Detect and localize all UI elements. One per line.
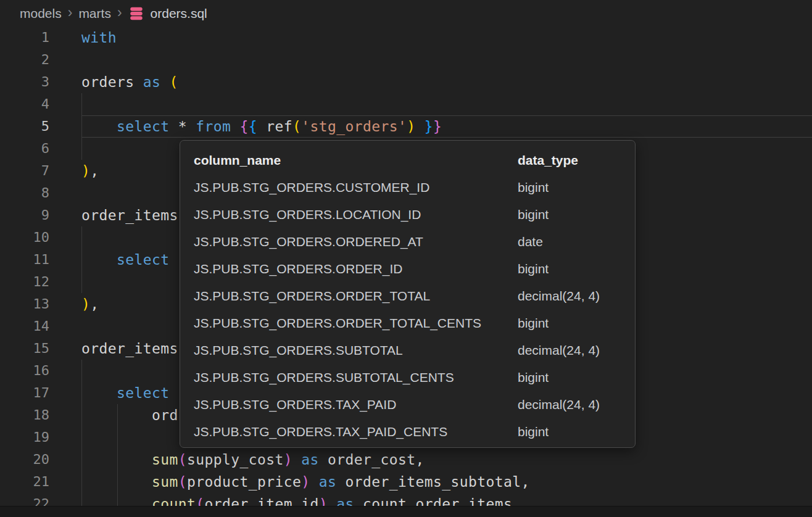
line-number[interactable]: 7: [0, 160, 49, 182]
token: 'stg_orders': [301, 118, 407, 134]
token: [231, 118, 239, 134]
popup-cell-column-name: JS.PUB.STG_ORDERS.SUBTOTAL_CENTS: [194, 370, 518, 385]
panel-divider: [0, 506, 812, 517]
token: ): [81, 163, 90, 179]
line-number[interactable]: 4: [0, 93, 49, 115]
popup-row: JS.PUB.STG_ORDERS.ORDER_TOTALdecimal(24,…: [194, 283, 635, 310]
breadcrumb-item-file[interactable]: orders.sql: [151, 6, 207, 21]
token: order_items: [81, 341, 178, 357]
line-number[interactable]: 20: [0, 449, 49, 471]
popup-cell-data-type: date: [518, 234, 543, 249]
popup-row: JS.PUB.STG_ORDERS.SUBTOTALdecimal(24, 4): [194, 337, 635, 364]
popup-cell-column-name: JS.PUB.STG_ORDERS.ORDERED_AT: [194, 234, 518, 249]
line-number[interactable]: 9: [0, 204, 49, 226]
token: select: [117, 118, 169, 134]
token: ,: [90, 163, 99, 179]
popup-cell-data-type: bigint: [518, 316, 549, 331]
token: [81, 252, 117, 268]
token: order_cost,: [319, 452, 425, 468]
popup-cell-column-name: JS.PUB.STG_ORDERS.LOCATION_ID: [194, 207, 518, 222]
token: [310, 474, 318, 490]
line-number[interactable]: 10: [0, 226, 49, 249]
line-number[interactable]: 14: [0, 315, 49, 337]
popup-cell-data-type: bigint: [518, 180, 549, 195]
token: ,: [90, 296, 99, 312]
token: ): [284, 452, 292, 468]
breadcrumb-item-marts[interactable]: marts: [78, 6, 111, 21]
popup-row: JS.PUB.STG_ORDERS.CUSTOMER_IDbigint: [194, 174, 635, 201]
token: [187, 118, 196, 134]
token: [81, 474, 152, 490]
database-icon: [128, 6, 144, 22]
line-number[interactable]: 18: [0, 404, 49, 426]
token: sum: [152, 474, 178, 490]
line-number-gutter: 12345678910111213141516171819202122: [0, 27, 49, 515]
code-line[interactable]: [81, 49, 812, 71]
popup-row: JS.PUB.STG_ORDERS.LOCATION_IDbigint: [194, 201, 635, 228]
token: as: [143, 74, 170, 90]
popup-cell-column-name: JS.PUB.STG_ORDERS.SUBTOTAL: [194, 343, 518, 358]
line-number[interactable]: 17: [0, 382, 49, 404]
popup-cell-data-type: bigint: [518, 207, 549, 222]
token: }: [425, 118, 433, 134]
token: with: [81, 30, 117, 46]
popup-cell-data-type: decimal(24, 4): [518, 397, 600, 412]
line-number[interactable]: 12: [0, 271, 49, 293]
code-line[interactable]: select * from {{ ref('stg_orders') }}: [81, 115, 812, 138]
popup-row: JS.PUB.STG_ORDERS.ORDERED_ATdate: [194, 228, 635, 255]
token: *: [178, 118, 187, 134]
code-line[interactable]: sum(product_price) as order_items_subtot…: [81, 471, 812, 493]
line-number[interactable]: 19: [0, 426, 49, 449]
token: as: [301, 452, 319, 468]
token: [81, 452, 152, 468]
token: product_price: [187, 474, 301, 490]
token: [415, 118, 424, 134]
token: select: [117, 252, 169, 268]
popup-cell-column-name: JS.PUB.STG_ORDERS.CUSTOMER_ID: [194, 180, 518, 195]
breadcrumb-item-models[interactable]: models: [20, 6, 62, 21]
popup-cell-data-type: bigint: [518, 370, 549, 385]
code-line[interactable]: orders as (: [81, 71, 812, 93]
line-number[interactable]: 8: [0, 182, 49, 204]
popup-cell-column-name: JS.PUB.STG_ORDERS.TAX_PAID_CENTS: [194, 424, 518, 439]
line-number[interactable]: 11: [0, 249, 49, 271]
token: {: [239, 118, 248, 134]
popup-cell-data-type: decimal(24, 4): [518, 343, 600, 358]
breadcrumb: models › marts › orders.sql: [0, 0, 812, 27]
line-number[interactable]: 16: [0, 360, 49, 382]
token: ): [407, 118, 415, 134]
token: ord: [81, 407, 178, 423]
code-line[interactable]: with: [81, 27, 812, 49]
token: ): [301, 474, 310, 490]
line-number[interactable]: 15: [0, 337, 49, 360]
token: ): [81, 296, 90, 312]
code-line[interactable]: sum(supply_cost) as order_cost,: [81, 449, 812, 471]
popup-row: JS.PUB.STG_ORDERS.ORDER_IDbigint: [194, 255, 635, 283]
column-info-popup: column_name data_type JS.PUB.STG_ORDERS.…: [180, 140, 636, 448]
token: {: [249, 118, 257, 134]
line-number[interactable]: 3: [0, 71, 49, 93]
popup-row: JS.PUB.STG_ORDERS.SUBTOTAL_CENTSbigint: [194, 364, 635, 391]
line-number[interactable]: 5: [0, 115, 49, 138]
popup-cell-column-name: JS.PUB.STG_ORDERS.ORDER_ID: [194, 262, 518, 276]
popup-header-data-type: data_type: [518, 153, 578, 168]
popup-cell-column-name: JS.PUB.STG_ORDERS.TAX_PAID: [194, 397, 518, 412]
code-line[interactable]: [81, 93, 812, 115]
line-number[interactable]: 2: [0, 49, 49, 71]
token: supply_cost: [187, 452, 284, 468]
line-number[interactable]: 21: [0, 471, 49, 493]
token: order_items_subtotal,: [336, 474, 529, 490]
token: select: [117, 385, 169, 401]
token: (: [169, 74, 178, 90]
popup-cell-column-name: JS.PUB.STG_ORDERS.ORDER_TOTAL: [194, 289, 518, 304]
token: as: [319, 474, 337, 490]
chevron-right-icon: ›: [68, 6, 73, 20]
popup-row: JS.PUB.STG_ORDERS.TAX_PAID_CENTSbigint: [194, 418, 635, 445]
popup-row: JS.PUB.STG_ORDERS.ORDER_TOTAL_CENTSbigin…: [194, 310, 635, 337]
token: (: [178, 452, 187, 468]
token: orders: [81, 74, 143, 90]
popup-cell-data-type: decimal(24, 4): [518, 289, 600, 304]
line-number[interactable]: 6: [0, 138, 49, 160]
line-number[interactable]: 13: [0, 293, 49, 315]
line-number[interactable]: 1: [0, 27, 49, 49]
